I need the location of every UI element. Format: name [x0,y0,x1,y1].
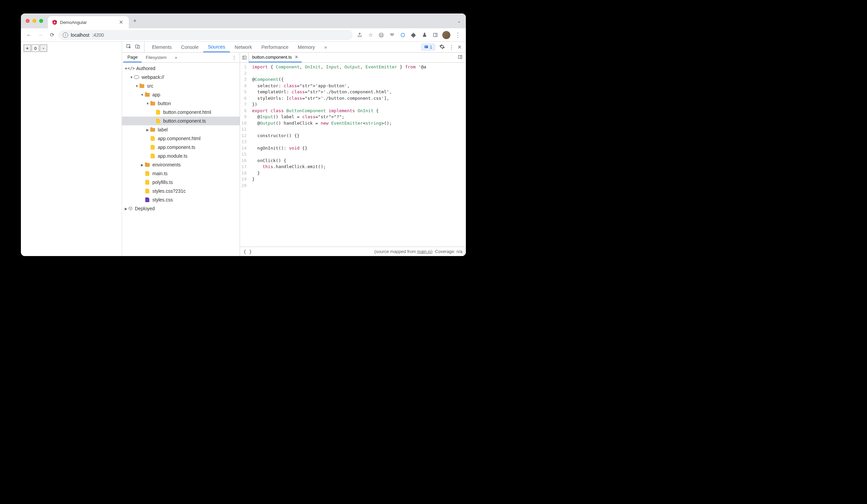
close-editor-tab-button[interactable]: ✕ [295,55,298,59]
tab-memory[interactable]: Memory [293,42,320,52]
extension-icon-1[interactable] [377,31,385,39]
devtools-menu-button[interactable]: ⋮ [449,44,453,50]
omnibox[interactable]: i localhost:4200 [58,30,353,40]
titlebar-right: ⌄ [457,18,466,24]
tree-app-module[interactable]: app.module.ts [122,152,240,160]
tree-src[interactable]: src [122,81,240,90]
code-area[interactable]: 1234567891011121314151617181920 import {… [240,63,466,246]
tree-main-ts[interactable]: main.ts [122,169,240,178]
tree-styles[interactable]: styles.css [122,195,240,204]
toggle-debugger-button[interactable] [454,55,466,60]
svg-point-2 [379,33,383,37]
file-icon [150,144,156,150]
profile-avatar[interactable] [442,31,450,39]
browser-window: DemoAngular ✕ + ⌄ ← → ⟳ i localhost:4200… [21,13,466,256]
maximize-window-button[interactable] [39,19,43,23]
tree-app-html[interactable]: app.component.html [122,134,240,143]
inspect-element-icon[interactable] [126,44,131,50]
extensions-button[interactable] [410,31,417,39]
extension-icon-2[interactable] [388,31,396,39]
cube-icon [128,206,133,211]
tree-label-folder[interactable]: label [122,125,240,134]
tab-console[interactable]: Console [176,42,203,52]
tab-elements[interactable]: Elements [147,42,176,52]
tab-search-button[interactable]: ⌄ [457,18,461,24]
source-map-link[interactable]: main.js [417,249,431,254]
tree-authored[interactable]: </>Authored [122,64,240,73]
tree-deployed[interactable]: Deployed [122,204,240,213]
extension-icon-3[interactable] [399,31,407,39]
issues-badge[interactable]: 1 [421,43,435,51]
toggle-navigator-button[interactable] [240,53,249,62]
device-toolbar-icon[interactable] [135,44,140,50]
editor-tab[interactable]: button.component.ts ✕ [249,53,302,62]
sources-navigator: Page Filesystem » ⋮ </>Authored webpack:… [122,53,240,256]
editor-tab-label: button.component.ts [252,55,292,59]
forward-button[interactable]: → [36,30,45,40]
nav-tab-page[interactable]: Page [124,53,142,62]
nav-menu-button[interactable]: ⋮ [228,55,240,60]
code-editor: button.component.ts ✕ 123456789101112131… [240,53,466,256]
line-gutter: 1234567891011121314151617181920 [240,63,249,246]
angular-icon [52,20,57,25]
coverage-label: Coverage: n/a [435,249,462,254]
tab-sources[interactable]: Sources [203,42,230,52]
file-tree: </>Authored webpack:// src app button bu… [122,63,240,256]
close-devtools-button[interactable]: ✕ [458,44,462,50]
svg-point-5 [390,33,392,35]
browser-tab[interactable]: DemoAngular ✕ [48,16,129,28]
url-host: localhost [71,32,89,38]
folder-icon [144,92,150,98]
file-icon [155,118,161,124]
reload-button[interactable]: ⟳ [47,30,57,40]
decrement-button[interactable]: - [40,44,47,52]
minimize-window-button[interactable] [32,19,36,23]
page-viewport: + 0 - [21,42,122,256]
source-mapped-prefix: (source mapped from [374,249,417,254]
tab-network[interactable]: Network [230,42,257,52]
counter-widget: + 0 - [24,44,119,52]
settings-icon[interactable] [439,44,445,51]
site-info-icon[interactable]: i [63,32,68,38]
tree-polyfills[interactable]: polyfills.ts [122,178,240,187]
file-icon [155,109,161,115]
tree-app[interactable]: app [122,90,240,99]
nav-tab-filesystem[interactable]: Filesystem [142,53,171,62]
tree-styles-q[interactable]: styles.css?231c [122,187,240,195]
browser-menu-button[interactable]: ⋮ [454,31,461,39]
devtools-body: Page Filesystem » ⋮ </>Authored webpack:… [122,53,466,256]
side-panel-icon[interactable] [431,31,439,39]
tree-environments[interactable]: environments [122,160,240,169]
back-button[interactable]: ← [24,30,34,40]
traffic-lights [25,19,43,23]
increment-button[interactable]: + [24,44,31,52]
counter-value: 0 [32,44,39,52]
navigator-tabs: Page Filesystem » ⋮ [122,53,240,63]
editor-tab-bar: button.component.ts ✕ [240,53,466,63]
tree-app-ts[interactable]: app.component.ts [122,143,240,152]
tree-button-folder[interactable]: button [122,99,240,108]
bookmark-icon[interactable]: ☆ [367,31,374,39]
close-window-button[interactable] [25,19,30,23]
svg-rect-9 [433,33,437,37]
nav-more-button[interactable]: » [172,55,180,60]
code-icon: </> [128,65,134,72]
pretty-print-button[interactable]: { } [243,249,252,254]
labs-icon[interactable] [421,31,428,39]
content: + 0 - Elements Console Sour [21,42,466,256]
tree-webpack[interactable]: webpack:// [122,73,240,81]
folder-icon [150,127,156,133]
share-icon[interactable] [356,31,363,39]
tree-button-html[interactable]: button.component.html [122,108,240,117]
close-tab-button[interactable]: ✕ [118,19,125,25]
source-mapped-suffix: ) [431,249,432,254]
code-content[interactable]: import { Component, OnInit, Input, Outpu… [249,63,429,246]
more-tabs-button[interactable]: » [320,42,332,52]
svg-point-6 [392,33,394,35]
tab-performance[interactable]: Performance [257,42,293,52]
file-icon [144,197,150,203]
new-tab-button[interactable]: + [130,16,140,25]
folder-icon [139,83,145,89]
tree-button-ts[interactable]: button.component.ts [122,117,240,125]
titlebar: DemoAngular ✕ + ⌄ [21,13,466,28]
